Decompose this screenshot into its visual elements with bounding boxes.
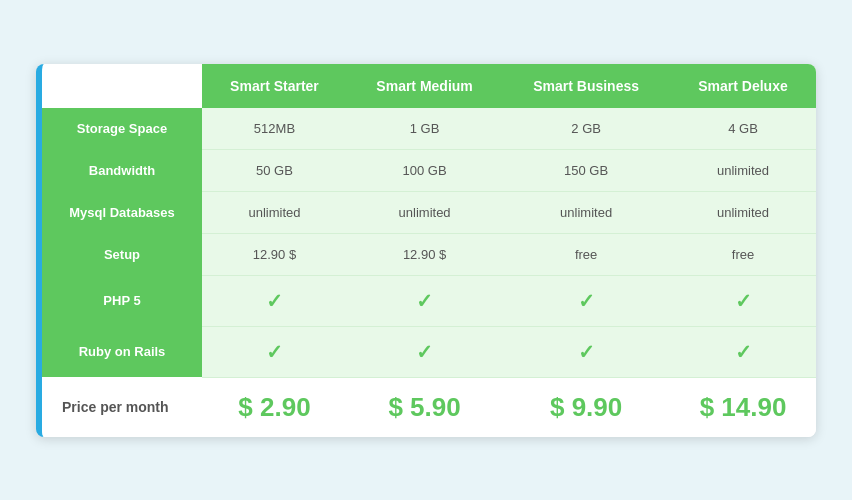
table-row: PHP 5✓✓✓✓ bbox=[42, 275, 816, 326]
feature-value: unlimited bbox=[502, 191, 670, 233]
feature-label: Ruby on Rails bbox=[42, 326, 202, 377]
pricing-card: Smart Starter Smart Medium Smart Busines… bbox=[36, 64, 816, 437]
feature-label: Storage Space bbox=[42, 108, 202, 150]
checkmark-icon: ✓ bbox=[266, 341, 283, 363]
checkmark-icon: ✓ bbox=[735, 341, 752, 363]
feature-value: unlimited bbox=[670, 149, 816, 191]
feature-label: Bandwidth bbox=[42, 149, 202, 191]
feature-label: Setup bbox=[42, 233, 202, 275]
header-col3: Smart Business bbox=[502, 64, 670, 108]
feature-value: unlimited bbox=[202, 191, 347, 233]
feature-value: 12.90 $ bbox=[347, 233, 502, 275]
feature-value: 100 GB bbox=[347, 149, 502, 191]
checkmark-icon: ✓ bbox=[735, 290, 752, 312]
table-row: Bandwidth50 GB100 GB150 GBunlimited bbox=[42, 149, 816, 191]
checkmark-icon: ✓ bbox=[578, 341, 595, 363]
header-empty bbox=[42, 64, 202, 108]
feature-value: 150 GB bbox=[502, 149, 670, 191]
feature-value: ✓ bbox=[202, 275, 347, 326]
price-value: $ 9.90 bbox=[502, 377, 670, 437]
table-row: Setup12.90 $12.90 $freefree bbox=[42, 233, 816, 275]
table-row: Ruby on Rails✓✓✓✓ bbox=[42, 326, 816, 377]
checkmark-icon: ✓ bbox=[578, 290, 595, 312]
feature-value: ✓ bbox=[202, 326, 347, 377]
feature-value: ✓ bbox=[670, 275, 816, 326]
feature-value: ✓ bbox=[347, 326, 502, 377]
feature-value: free bbox=[670, 233, 816, 275]
checkmark-icon: ✓ bbox=[416, 341, 433, 363]
feature-value: free bbox=[502, 233, 670, 275]
table-row: Mysql Databasesunlimitedunlimitedunlimit… bbox=[42, 191, 816, 233]
price-row: Price per month$ 2.90$ 5.90$ 9.90$ 14.90 bbox=[42, 377, 816, 437]
pricing-table: Smart Starter Smart Medium Smart Busines… bbox=[42, 64, 816, 437]
header-col1: Smart Starter bbox=[202, 64, 347, 108]
feature-value: 50 GB bbox=[202, 149, 347, 191]
feature-label: PHP 5 bbox=[42, 275, 202, 326]
table-row: Storage Space512MB1 GB2 GB4 GB bbox=[42, 108, 816, 150]
price-label: Price per month bbox=[42, 377, 202, 437]
price-value: $ 5.90 bbox=[347, 377, 502, 437]
feature-value: ✓ bbox=[502, 275, 670, 326]
feature-value: 4 GB bbox=[670, 108, 816, 150]
feature-value: unlimited bbox=[347, 191, 502, 233]
feature-value: ✓ bbox=[347, 275, 502, 326]
feature-label: Mysql Databases bbox=[42, 191, 202, 233]
feature-value: unlimited bbox=[670, 191, 816, 233]
checkmark-icon: ✓ bbox=[416, 290, 433, 312]
header-col2: Smart Medium bbox=[347, 64, 502, 108]
feature-value: 1 GB bbox=[347, 108, 502, 150]
feature-value: 512MB bbox=[202, 108, 347, 150]
price-value: $ 2.90 bbox=[202, 377, 347, 437]
header-col4: Smart Deluxe bbox=[670, 64, 816, 108]
feature-value: ✓ bbox=[502, 326, 670, 377]
feature-value: 12.90 $ bbox=[202, 233, 347, 275]
feature-value: 2 GB bbox=[502, 108, 670, 150]
checkmark-icon: ✓ bbox=[266, 290, 283, 312]
price-value: $ 14.90 bbox=[670, 377, 816, 437]
feature-value: ✓ bbox=[670, 326, 816, 377]
